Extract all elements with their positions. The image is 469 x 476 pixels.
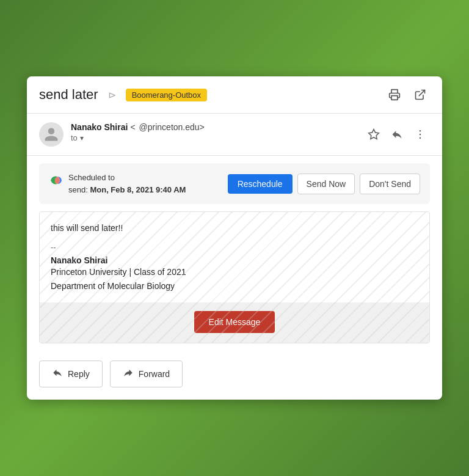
signature-line1: Princeton University | Class of 2021 (51, 265, 418, 279)
avatar (39, 122, 64, 147)
schedule-text: Scheduled tosend: Mon, Feb 8, 2021 9:40 … (68, 172, 186, 196)
email-body-text: this will send later!! (51, 223, 418, 233)
svg-marker-2 (369, 130, 379, 139)
reply-forward-row: Reply Forward (27, 351, 442, 400)
page-title: send later (39, 87, 98, 103)
print-icon[interactable] (385, 85, 404, 104)
svg-point-5 (420, 137, 421, 139)
svg-line-1 (419, 90, 424, 96)
external-link-icon[interactable] (410, 85, 430, 104)
sender-bracket: < (130, 122, 135, 132)
signature-name: Nanako Shirai (51, 255, 418, 265)
edit-message-button[interactable]: Edit Message (194, 311, 275, 333)
sender-info: Nanako Shirai < @princeton.edu> to ▾ (71, 122, 357, 142)
chevron-down-icon[interactable]: ▾ (80, 134, 84, 142)
edit-message-row: Edit Message (40, 302, 429, 343)
sender-actions (364, 125, 430, 144)
boomerang-logo-icon (49, 173, 64, 188)
email-body-container: this will send later!! -- Nanako Shirai … (39, 211, 430, 343)
send-now-button[interactable]: Send Now (297, 174, 355, 194)
svg-point-3 (420, 130, 421, 132)
star-icon[interactable] (364, 125, 384, 144)
dont-send-button[interactable]: Don't Send (360, 174, 420, 194)
forward-arrow-icon (123, 367, 134, 381)
svg-point-4 (420, 134, 421, 136)
forward-label: Forward (139, 369, 170, 379)
signature-line2: Department of Molecular Biology (51, 279, 418, 293)
more-options-icon[interactable] (410, 125, 430, 144)
arrow-icon: ⊳ (108, 89, 116, 101)
email-window: send later ⊳ Boomerang-Outbox (27, 76, 442, 400)
boomerang-badge[interactable]: Boomerang-Outbox (126, 89, 207, 101)
reply-icon[interactable] (387, 125, 407, 144)
svg-rect-0 (391, 96, 398, 100)
schedule-actions: Reschedule Send Now Don't Send (228, 174, 420, 194)
schedule-info: Scheduled tosend: Mon, Feb 8, 2021 9:40 … (49, 172, 186, 196)
sender-name: Nanako Shirai (71, 122, 128, 132)
schedule-banner: Scheduled tosend: Mon, Feb 8, 2021 9:40 … (39, 163, 430, 204)
to-label: to (71, 133, 78, 142)
email-body-inner: this will send later!! -- Nanako Shirai … (40, 212, 429, 302)
reply-label: Reply (68, 369, 90, 379)
sender-email: @princeton.edu> (139, 122, 205, 132)
reschedule-button[interactable]: Reschedule (228, 174, 293, 194)
header-bar: send later ⊳ Boomerang-Outbox (27, 76, 442, 114)
reply-button[interactable]: Reply (39, 361, 103, 387)
sender-row: Nanako Shirai < @princeton.edu> to ▾ (27, 114, 442, 156)
signature-divider: -- (51, 243, 418, 252)
forward-button[interactable]: Forward (110, 361, 183, 387)
reply-arrow-icon (52, 367, 63, 381)
